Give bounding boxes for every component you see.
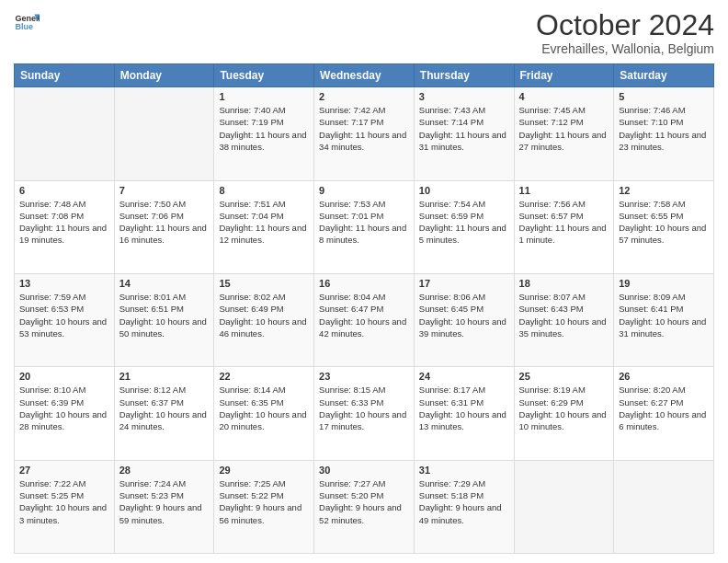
day-header-sunday: Sunday [15, 64, 115, 87]
calendar-header-row: SundayMondayTuesdayWednesdayThursdayFrid… [15, 64, 714, 87]
header: General Blue October 2024 Evrehailles, W… [14, 9, 714, 56]
day-number: 21 [119, 371, 210, 382]
day-info: Sunrise: 7:29 AM Sunset: 5:18 PM Dayligh… [419, 477, 509, 526]
calendar-cell: 15Sunrise: 8:02 AM Sunset: 6:49 PM Dayli… [214, 273, 314, 366]
calendar-cell: 8Sunrise: 7:51 AM Sunset: 7:04 PM Daylig… [214, 180, 314, 273]
calendar-cell: 7Sunrise: 7:50 AM Sunset: 7:06 PM Daylig… [114, 180, 214, 273]
day-header-monday: Monday [114, 64, 214, 87]
day-info: Sunrise: 7:40 AM Sunset: 7:19 PM Dayligh… [219, 104, 309, 153]
day-info: Sunrise: 8:04 AM Sunset: 6:47 PM Dayligh… [319, 291, 409, 339]
day-info: Sunrise: 8:14 AM Sunset: 6:35 PM Dayligh… [219, 384, 309, 432]
calendar-cell [15, 87, 115, 180]
day-number: 9 [319, 185, 409, 196]
day-number: 26 [619, 371, 709, 382]
day-info: Sunrise: 7:58 AM Sunset: 6:55 PM Dayligh… [619, 198, 709, 247]
calendar-cell: 22Sunrise: 8:14 AM Sunset: 6:35 PM Dayli… [214, 367, 314, 460]
calendar-cell: 31Sunrise: 7:29 AM Sunset: 5:18 PM Dayli… [414, 460, 514, 553]
calendar-week-1: 1Sunrise: 7:40 AM Sunset: 7:19 PM Daylig… [15, 87, 714, 180]
day-number: 5 [619, 91, 709, 102]
day-number: 4 [519, 91, 609, 102]
day-number: 22 [219, 371, 309, 382]
day-number: 2 [319, 91, 409, 102]
calendar-cell: 24Sunrise: 8:17 AM Sunset: 6:31 PM Dayli… [414, 367, 514, 460]
calendar-cell: 12Sunrise: 7:58 AM Sunset: 6:55 PM Dayli… [614, 180, 714, 273]
day-info: Sunrise: 8:01 AM Sunset: 6:51 PM Dayligh… [119, 291, 210, 339]
day-number: 19 [619, 278, 709, 289]
calendar-cell: 13Sunrise: 7:59 AM Sunset: 6:53 PM Dayli… [15, 273, 115, 366]
calendar-cell: 26Sunrise: 8:20 AM Sunset: 6:27 PM Dayli… [614, 367, 714, 460]
calendar-week-2: 6Sunrise: 7:48 AM Sunset: 7:08 PM Daylig… [15, 180, 714, 273]
day-number: 30 [319, 465, 409, 476]
day-number: 31 [419, 465, 509, 476]
day-number: 20 [19, 371, 109, 382]
day-info: Sunrise: 7:43 AM Sunset: 7:14 PM Dayligh… [419, 104, 509, 153]
day-number: 6 [19, 185, 109, 196]
logo-icon: General Blue [14, 9, 40, 35]
calendar-cell: 1Sunrise: 7:40 AM Sunset: 7:19 PM Daylig… [214, 87, 314, 180]
calendar-cell [514, 460, 614, 553]
day-info: Sunrise: 8:17 AM Sunset: 6:31 PM Dayligh… [419, 384, 509, 432]
calendar-cell: 19Sunrise: 8:09 AM Sunset: 6:41 PM Dayli… [614, 273, 714, 366]
day-info: Sunrise: 7:51 AM Sunset: 7:04 PM Dayligh… [219, 198, 309, 247]
day-header-tuesday: Tuesday [214, 64, 314, 87]
day-header-thursday: Thursday [414, 64, 514, 87]
day-number: 27 [19, 465, 109, 476]
calendar-cell: 29Sunrise: 7:25 AM Sunset: 5:22 PM Dayli… [214, 460, 314, 553]
calendar-cell: 9Sunrise: 7:53 AM Sunset: 7:01 PM Daylig… [314, 180, 415, 273]
day-number: 28 [119, 465, 210, 476]
day-header-saturday: Saturday [614, 64, 714, 87]
day-number: 11 [519, 185, 609, 196]
day-number: 14 [119, 278, 210, 289]
calendar-cell: 3Sunrise: 7:43 AM Sunset: 7:14 PM Daylig… [414, 87, 514, 180]
day-info: Sunrise: 7:46 AM Sunset: 7:10 PM Dayligh… [619, 104, 709, 153]
day-number: 12 [619, 185, 709, 196]
day-info: Sunrise: 8:12 AM Sunset: 6:37 PM Dayligh… [119, 384, 210, 432]
day-info: Sunrise: 8:07 AM Sunset: 6:43 PM Dayligh… [519, 291, 609, 339]
day-info: Sunrise: 8:06 AM Sunset: 6:45 PM Dayligh… [419, 291, 509, 339]
day-info: Sunrise: 8:19 AM Sunset: 6:29 PM Dayligh… [519, 384, 609, 432]
calendar-cell: 18Sunrise: 8:07 AM Sunset: 6:43 PM Dayli… [514, 273, 614, 366]
svg-text:Blue: Blue [15, 22, 33, 31]
calendar-cell: 30Sunrise: 7:27 AM Sunset: 5:20 PM Dayli… [314, 460, 415, 553]
calendar-cell: 23Sunrise: 8:15 AM Sunset: 6:33 PM Dayli… [314, 367, 415, 460]
day-number: 24 [419, 371, 509, 382]
day-info: Sunrise: 8:15 AM Sunset: 6:33 PM Dayligh… [319, 384, 409, 432]
day-info: Sunrise: 7:25 AM Sunset: 5:22 PM Dayligh… [219, 477, 309, 526]
calendar-cell: 25Sunrise: 8:19 AM Sunset: 6:29 PM Dayli… [514, 367, 614, 460]
calendar-cell: 11Sunrise: 7:56 AM Sunset: 6:57 PM Dayli… [514, 180, 614, 273]
day-number: 13 [19, 278, 109, 289]
day-number: 29 [219, 465, 309, 476]
day-info: Sunrise: 7:24 AM Sunset: 5:23 PM Dayligh… [119, 477, 210, 526]
day-number: 18 [519, 278, 609, 289]
day-info: Sunrise: 7:42 AM Sunset: 7:17 PM Dayligh… [319, 104, 409, 153]
day-number: 23 [319, 371, 409, 382]
day-number: 25 [519, 371, 609, 382]
calendar-week-3: 13Sunrise: 7:59 AM Sunset: 6:53 PM Dayli… [15, 273, 714, 366]
day-info: Sunrise: 7:48 AM Sunset: 7:08 PM Dayligh… [19, 198, 109, 247]
calendar-week-4: 20Sunrise: 8:10 AM Sunset: 6:39 PM Dayli… [15, 367, 714, 460]
day-info: Sunrise: 7:45 AM Sunset: 7:12 PM Dayligh… [519, 104, 609, 153]
day-number: 17 [419, 278, 509, 289]
calendar-cell: 4Sunrise: 7:45 AM Sunset: 7:12 PM Daylig… [514, 87, 614, 180]
calendar-table: SundayMondayTuesdayWednesdayThursdayFrid… [14, 63, 714, 554]
day-info: Sunrise: 7:59 AM Sunset: 6:53 PM Dayligh… [19, 291, 109, 339]
day-number: 3 [419, 91, 509, 102]
calendar-week-5: 27Sunrise: 7:22 AM Sunset: 5:25 PM Dayli… [15, 460, 714, 553]
calendar-cell [114, 87, 214, 180]
day-info: Sunrise: 8:20 AM Sunset: 6:27 PM Dayligh… [619, 384, 709, 432]
day-info: Sunrise: 8:10 AM Sunset: 6:39 PM Dayligh… [19, 384, 109, 432]
day-number: 1 [219, 91, 309, 102]
title-section: October 2024 Evrehailles, Wallonia, Belg… [536, 9, 714, 56]
calendar-cell: 10Sunrise: 7:54 AM Sunset: 6:59 PM Dayli… [414, 180, 514, 273]
main-title: October 2024 [536, 9, 714, 41]
subtitle: Evrehailles, Wallonia, Belgium [536, 41, 714, 56]
calendar-cell: 16Sunrise: 8:04 AM Sunset: 6:47 PM Dayli… [314, 273, 415, 366]
calendar-cell: 5Sunrise: 7:46 AM Sunset: 7:10 PM Daylig… [614, 87, 714, 180]
day-number: 8 [219, 185, 309, 196]
day-header-friday: Friday [514, 64, 614, 87]
logo: General Blue [14, 9, 40, 35]
day-info: Sunrise: 7:22 AM Sunset: 5:25 PM Dayligh… [19, 477, 109, 526]
day-number: 16 [319, 278, 409, 289]
calendar-cell: 28Sunrise: 7:24 AM Sunset: 5:23 PM Dayli… [114, 460, 214, 553]
day-info: Sunrise: 8:02 AM Sunset: 6:49 PM Dayligh… [219, 291, 309, 339]
